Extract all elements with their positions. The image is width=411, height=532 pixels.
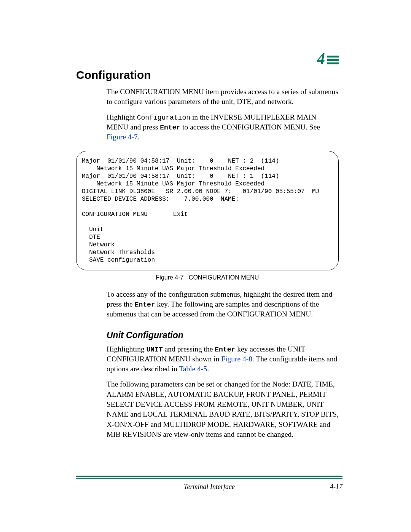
post-figure-paragraph: To access any of the configuration subme… xyxy=(107,289,339,320)
text: Highlighting xyxy=(107,345,147,353)
chapter-number: 4 xyxy=(317,50,325,68)
subsection-title: Unit Configuration xyxy=(107,330,339,340)
text: . xyxy=(207,365,209,373)
unit-paragraph-2: The following parameters can be set or c… xyxy=(107,379,339,439)
link-table-4-5[interactable]: Table 4-5 xyxy=(179,365,207,373)
text: to access the CONFIGURATION MENU. See xyxy=(180,123,320,131)
key-enter: Enter xyxy=(135,301,155,308)
intro-paragraph-1: The CONFIGURATION MENU item provides acc… xyxy=(107,87,339,107)
intro-paragraph-2: Highlight Configuration in the INVERSE M… xyxy=(107,112,339,142)
text: Highlight xyxy=(107,113,137,121)
text: and pressing the xyxy=(163,345,215,353)
code-configuration: Configuration xyxy=(137,114,190,121)
unit-config-block: Highlighting UNIT and pressing the Enter… xyxy=(107,344,339,440)
figure-caption: Figure 4-7 CONFIGURATION MENU xyxy=(76,274,339,281)
intro-block: The CONFIGURATION MENU item provides acc… xyxy=(107,87,339,142)
text: . xyxy=(138,133,140,141)
terminal-screenshot: Major 01/01/90 04:58:17 Unit: 0 NET : 2 … xyxy=(76,151,339,270)
chapter-marker: 4 xyxy=(317,50,339,68)
key-enter: Enter xyxy=(215,346,235,353)
figure-title: CONFIGURATION MENU xyxy=(189,274,259,281)
bars-icon xyxy=(327,53,339,64)
unit-paragraph-1: Highlighting UNIT and pressing the Enter… xyxy=(107,344,339,374)
code-unit: UNIT xyxy=(147,346,163,353)
footer: Terminal Interface 4-17 xyxy=(76,483,342,491)
link-figure-4-8[interactable]: Figure 4-8 xyxy=(221,355,252,363)
key-enter: Enter xyxy=(160,124,180,131)
footer-rule xyxy=(76,476,342,479)
section-title: Configuration xyxy=(76,69,339,81)
post-figure-block: To access any of the configuration subme… xyxy=(107,289,339,320)
link-figure-4-7[interactable]: Figure 4-7 xyxy=(107,133,138,141)
footer-center: Terminal Interface xyxy=(76,483,342,491)
figure-label: Figure 4-7 xyxy=(156,274,184,281)
